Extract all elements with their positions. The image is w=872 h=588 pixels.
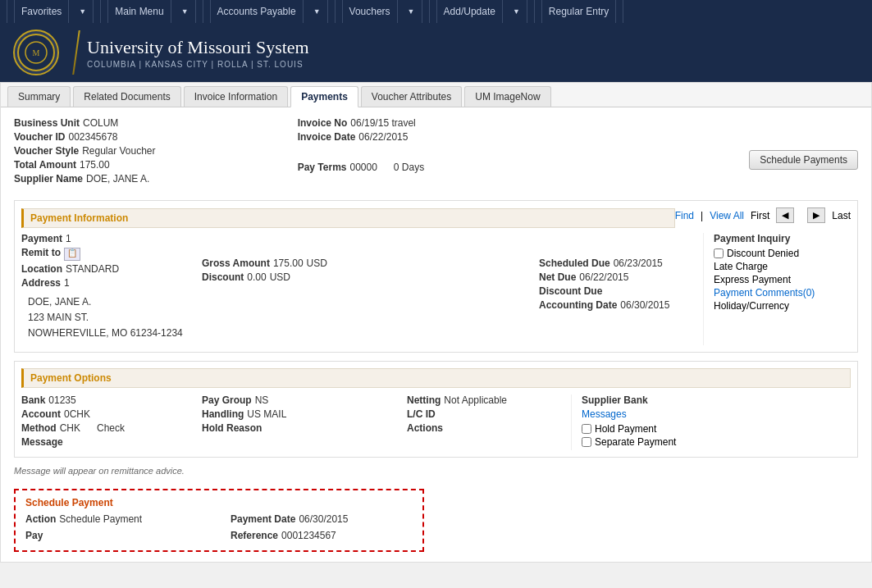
holiday-currency-row: Holiday/Currency [714, 300, 851, 312]
payment-options-header: Payment Options [21, 368, 851, 388]
tab-invoice-information[interactable]: Invoice Information [184, 86, 288, 107]
options-col4: Supplier Bank Messages Hold Payment Sepa… [571, 394, 851, 450]
tab-related-documents[interactable]: Related Documents [73, 86, 180, 107]
account-row: Account 0CHK [21, 408, 202, 420]
voucher-id-label: Voucher ID [14, 131, 65, 143]
payment-options-section: Payment Options Bank 01235 Account 0CHK … [14, 361, 858, 458]
schedule-payment-title: Schedule Payment [25, 497, 413, 508]
invoice-no-row: Invoice No 06/19/15 travel [298, 117, 575, 129]
view-all-link[interactable]: View All [710, 210, 744, 221]
reference-label: Reference [231, 530, 278, 541]
action-row: Action Schedule Payment [25, 513, 231, 525]
accounting-date-value: 06/30/2015 [620, 299, 669, 311]
separate-payment-checkbox[interactable] [582, 437, 591, 447]
find-link[interactable]: Find [675, 210, 694, 221]
nav-accounts-payable[interactable]: Accounts Payable▼ [203, 0, 336, 23]
university-name: University of Missouri System [87, 37, 309, 58]
total-amount-label: Total Amount [14, 159, 76, 171]
options-col2: Pay Group NS Handling US MAIL Hold Reaso… [202, 394, 407, 450]
location-label: Location [21, 263, 62, 275]
tab-summary[interactable]: Summary [7, 86, 71, 107]
separate-payment-label: Separate Payment [595, 436, 676, 448]
invoice-no-label: Invoice No [298, 117, 348, 129]
express-payment-label: Express Payment [714, 274, 791, 285]
scheduled-due-row: Scheduled Due 06/23/2015 [539, 258, 703, 269]
tab-voucher-attributes[interactable]: Voucher Attributes [361, 86, 462, 107]
discount-denied-checkbox[interactable] [714, 248, 724, 258]
payment-dates-col: Scheduled Due 06/23/2015 Net Due 06/22/2… [539, 233, 703, 345]
remit-to-icon[interactable]: 📋 [64, 248, 80, 261]
supplier-bank-label: Supplier Bank [582, 394, 648, 406]
supplier-name-row: Supplier Name DOE, JANE A. [14, 173, 291, 185]
pay-label: Pay [25, 530, 43, 541]
handling-row: Handling US MAIL [202, 408, 407, 420]
net-due-label: Net Due [539, 271, 576, 283]
discount-row: Discount 0.00 USD [202, 271, 539, 283]
business-unit-row: Business Unit COLUM [14, 117, 291, 129]
tab-payments[interactable]: Payments [290, 86, 358, 107]
location-value: STANDARD [66, 263, 119, 275]
main-content-area: Summary Related Documents Invoice Inform… [0, 82, 872, 563]
nav-main-menu[interactable]: Main Menu▼ [101, 0, 203, 23]
payment-inquiry-title: Payment Inquiry [714, 233, 851, 244]
discount-label: Discount [202, 271, 244, 283]
schedule-payments-button[interactable]: Schedule Payments [749, 150, 858, 170]
options-col1: Bank 01235 Account 0CHK Method CHK Check… [21, 394, 202, 450]
voucher-id-row: Voucher ID 002345678 [14, 131, 291, 143]
logo-seal: M [17, 34, 55, 71]
next-page-button[interactable]: ▶ [807, 207, 825, 223]
nav-favorites[interactable]: Favorites▼ [7, 0, 101, 23]
discount-denied-row: Discount Denied [714, 248, 851, 259]
payment-comments-link[interactable]: Payment Comments(0) [714, 287, 815, 299]
express-payment-row: Express Payment [714, 274, 851, 285]
supplier-name-label: Supplier Name [14, 173, 83, 185]
hold-reason-row: Hold Reason [202, 422, 407, 434]
hold-payment-checkbox[interactable] [582, 424, 591, 434]
gross-amount-label: Gross Amount [202, 258, 270, 269]
gross-amount-value: 175.00 [273, 258, 304, 269]
handling-value: US MAIL [247, 408, 286, 420]
voucher-info-col1: Business Unit COLUM Voucher ID 002345678… [14, 117, 291, 187]
discount-currency: USD [270, 271, 290, 283]
options-col3: Netting Not Applicable L/C ID Actions [407, 394, 571, 450]
payment-navigation: Find | View All First ◀ ▶ Last [675, 207, 851, 223]
nav-regular-entry[interactable]: Regular Entry [535, 0, 623, 23]
prev-page-button[interactable]: ◀ [776, 207, 794, 223]
gross-amount-currency: USD [307, 258, 327, 269]
message-row: Message [21, 436, 202, 448]
pay-terms-label: Pay Terms [298, 162, 347, 173]
last-nav[interactable]: Last [832, 210, 851, 221]
hold-payment-row: Hold Payment [582, 423, 851, 435]
pay-terms-days: 0 Days [394, 162, 424, 173]
late-charge-row: Late Charge [714, 261, 851, 272]
payment-info-header: Payment Information [21, 208, 675, 228]
payment-comments-row: Payment Comments(0) [714, 287, 851, 299]
message-label: Message [21, 436, 63, 448]
account-value: 0CHK [64, 408, 90, 420]
voucher-info-col2: Invoice No 06/19/15 travel Invoice Date … [298, 117, 575, 187]
separate-payment-row: Separate Payment [582, 436, 851, 448]
tab-um-imagenow[interactable]: UM ImageNow [464, 86, 550, 107]
bank-row: Bank 01235 [21, 394, 202, 406]
payment-date-label: Payment Date [231, 513, 295, 525]
payment-date-value: 06/30/2015 [299, 513, 348, 525]
payment-label: Payment [21, 233, 62, 244]
business-unit-label: Business Unit [14, 117, 80, 129]
svg-text:M: M [33, 48, 40, 57]
messages-row: Messages [582, 408, 851, 420]
supplier-bank-row: Supplier Bank [582, 394, 851, 406]
top-navigation: Favorites▼ Main Menu▼ Accounts Payable▼ … [0, 0, 872, 23]
payment-options-grid: Bank 01235 Account 0CHK Method CHK Check… [21, 394, 851, 450]
pay-row: Pay [25, 530, 231, 541]
method-row: Method CHK Check [21, 422, 202, 434]
netting-row: Netting Not Applicable [407, 394, 571, 406]
reference-row: Reference 0001234567 [231, 530, 413, 541]
first-nav[interactable]: First [751, 210, 769, 221]
nav-add-update[interactable]: Add/Update▼ [430, 0, 535, 23]
holiday-currency-label: Holiday/Currency [714, 300, 789, 312]
discount-due-label: Discount Due [539, 285, 602, 297]
nav-vouchers[interactable]: Vouchers▼ [336, 0, 430, 23]
messages-link[interactable]: Messages [582, 408, 627, 420]
invoice-date-row: Invoice Date 06/22/2015 [298, 131, 575, 143]
account-label: Account [21, 408, 61, 420]
